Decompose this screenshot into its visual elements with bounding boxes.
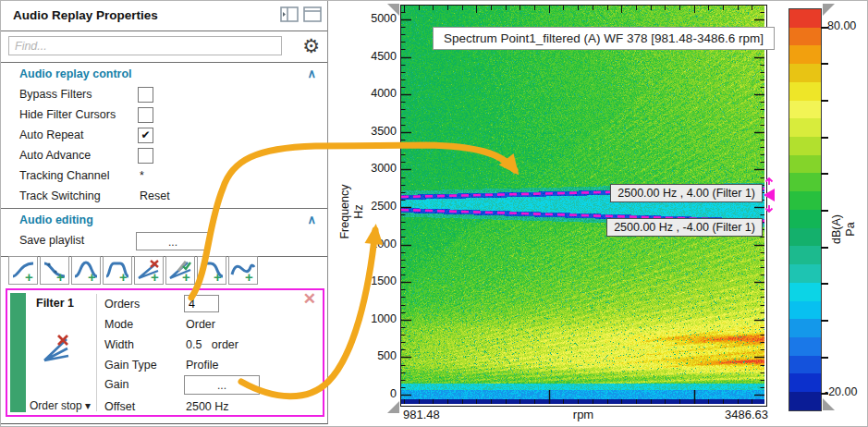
plus-icon: + bbox=[245, 269, 253, 283]
filter-type-dropdown[interactable]: Order stop ▾ bbox=[30, 399, 91, 412]
plus-icon: + bbox=[214, 269, 222, 283]
search-row: ⚙ bbox=[1, 31, 327, 63]
gain-label: Gain bbox=[104, 378, 178, 391]
mode-label: Mode bbox=[104, 318, 178, 331]
colorbar-max-label: 80.00 bbox=[827, 19, 856, 32]
add-filter-button-1[interactable]: + bbox=[8, 256, 38, 285]
section-title: Audio editing bbox=[19, 214, 93, 226]
tracking-channel-label: Tracking Channel bbox=[19, 169, 110, 182]
colorbar-unit-line1: dB(A) bbox=[830, 214, 844, 244]
hide-filter-cursors-row: Hide Filter Cursors bbox=[1, 104, 327, 125]
colorbar-tick bbox=[821, 100, 828, 102]
filter-toolbar: + + + + + + + + bbox=[8, 256, 258, 285]
filter-cursor-label-upper[interactable]: 2500.00 Hz , 4.00 (Filter 1) bbox=[610, 184, 763, 202]
window-icon[interactable] bbox=[303, 6, 322, 22]
auto-repeat-checkbox[interactable]: ✔ bbox=[138, 128, 153, 143]
bypass-filters-checkbox[interactable] bbox=[138, 87, 153, 103]
colorbar-unit-line2: Pa bbox=[844, 222, 858, 236]
section-title: Audio replay control bbox=[19, 67, 132, 80]
add-filter-button-8[interactable]: + bbox=[228, 256, 258, 285]
track-switching-row: Track Switching Reset bbox=[1, 186, 327, 206]
spectrogram-plot-area[interactable] bbox=[400, 5, 767, 407]
audio-replay-properties-panel: Audio Replay Properties ⚙ Audio replay c… bbox=[1, 1, 328, 424]
filter-name: Filter 1 bbox=[36, 297, 74, 310]
auto-repeat-label: Auto Repeat bbox=[19, 128, 84, 141]
collapse-chevron-icon[interactable]: ∧ bbox=[307, 213, 316, 226]
add-filter-button-2[interactable]: + bbox=[40, 256, 69, 285]
colorbar-band bbox=[789, 228, 821, 247]
y-axis-label-line2: Hz bbox=[352, 204, 366, 218]
auto-advance-row: Auto Advance bbox=[1, 145, 327, 165]
y-tick-label: 4500 bbox=[356, 50, 397, 63]
save-playlist-button[interactable]: ... bbox=[136, 232, 210, 250]
y-axis-label-line1: Frequency bbox=[338, 184, 352, 238]
tracking-channel-row: Tracking Channel * bbox=[1, 165, 327, 186]
auto-repeat-row: Auto Repeat ✔ bbox=[1, 125, 327, 145]
gear-icon[interactable]: ⚙ bbox=[302, 34, 320, 58]
section-audio-replay-control[interactable]: Audio replay control ∧ bbox=[1, 65, 327, 84]
axis-handle-top-right[interactable] bbox=[823, 4, 835, 16]
axis-handle-bottom-right[interactable] bbox=[823, 398, 835, 410]
cursor-drag-handle-icon[interactable] bbox=[761, 177, 778, 214]
x-axis-title: rpm bbox=[554, 408, 613, 421]
gain-profile-button[interactable]: ... bbox=[184, 375, 260, 395]
bypass-filters-label: Bypass Filters bbox=[19, 88, 92, 101]
gain-type-label: Gain Type bbox=[104, 359, 178, 372]
collapse-chevron-icon[interactable]: ∧ bbox=[307, 67, 316, 80]
tracking-channel-value[interactable]: * bbox=[140, 169, 144, 182]
mode-value[interactable]: Order bbox=[186, 318, 215, 331]
colorbar-tick bbox=[821, 137, 828, 139]
plus-icon: + bbox=[56, 269, 65, 283]
search-input[interactable] bbox=[8, 36, 282, 55]
add-filter-button-3[interactable]: + bbox=[71, 256, 101, 285]
y-tick-label: 5000 bbox=[356, 12, 397, 25]
axis-handle-bottom-left[interactable] bbox=[387, 401, 399, 413]
x-axis-max-label: 3486.63 bbox=[705, 408, 768, 421]
plus-icon: + bbox=[88, 269, 96, 283]
y-tick-label: 1500 bbox=[356, 274, 397, 287]
add-filter-button-4[interactable]: + bbox=[103, 256, 132, 285]
colorbar-band bbox=[789, 173, 821, 191]
colorbar-band bbox=[789, 64, 821, 82]
colorbar-min-label: -20.00 bbox=[825, 385, 857, 398]
spectrogram-canvas[interactable] bbox=[401, 6, 764, 404]
y-axis-label: Frequency Hz bbox=[334, 152, 371, 272]
colorbar-band bbox=[789, 28, 821, 46]
y-tick-label: 1000 bbox=[356, 312, 397, 325]
auto-advance-checkbox[interactable] bbox=[138, 148, 153, 164]
track-switching-value[interactable]: Reset bbox=[140, 189, 170, 202]
y-tick-label: 4000 bbox=[356, 87, 397, 100]
x-axis-min-label: 981.48 bbox=[403, 408, 440, 421]
colorbar-band bbox=[789, 392, 821, 410]
panel-title: Audio Replay Properties bbox=[13, 8, 158, 22]
plus-icon: + bbox=[151, 269, 159, 283]
colorbar-band bbox=[789, 45, 821, 64]
plus-icon: + bbox=[25, 269, 33, 283]
colorbar-band bbox=[789, 9, 821, 28]
track-switching-label: Track Switching bbox=[19, 189, 101, 202]
save-playlist-label: Save playlist bbox=[19, 234, 84, 247]
add-filter-button-7[interactable]: + bbox=[197, 256, 226, 285]
close-icon[interactable]: ✕ bbox=[303, 291, 316, 308]
colorbar-tick bbox=[821, 357, 828, 359]
gain-type-value[interactable]: Profile bbox=[186, 359, 218, 372]
hide-filter-cursors-checkbox[interactable] bbox=[138, 107, 153, 123]
add-filter-button-6[interactable]: + bbox=[165, 256, 195, 285]
colorbar-band bbox=[789, 82, 821, 101]
orders-input[interactable] bbox=[184, 295, 219, 312]
orders-label: Orders bbox=[104, 298, 178, 311]
audio-replay-properties-window: Audio Replay Properties ⚙ Audio replay c… bbox=[0, 0, 868, 427]
colorbar-tick bbox=[821, 283, 828, 285]
filter-cursor-label-lower[interactable]: 2500.00 Hz , -4.00 (Filter 1) bbox=[606, 218, 763, 237]
colorbar-band bbox=[789, 118, 821, 137]
width-value[interactable]: 0.5 order bbox=[186, 338, 238, 351]
y-tick-label: 500 bbox=[356, 349, 397, 362]
offset-label: Offset bbox=[104, 400, 178, 413]
width-label: Width bbox=[104, 338, 178, 351]
add-filter-button-5[interactable]: + bbox=[134, 256, 164, 285]
section-audio-editing[interactable]: Audio editing ∧ bbox=[1, 211, 327, 230]
bypass-filters-row: Bypass Filters bbox=[1, 84, 327, 104]
offset-value[interactable]: 2500 Hz bbox=[186, 400, 229, 413]
dock-panel-icon[interactable] bbox=[280, 6, 299, 22]
auto-advance-label: Auto Advance bbox=[19, 149, 91, 162]
